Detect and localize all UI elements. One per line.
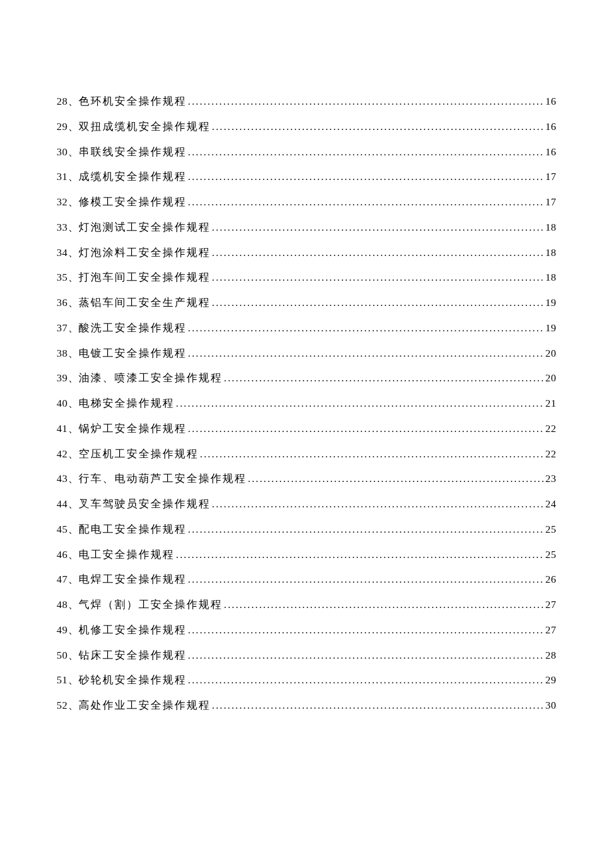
toc-entry-page: 20 xyxy=(546,370,557,385)
toc-leader-dots: ........................................… xyxy=(212,219,544,235)
toc-leader-dots: ........................................… xyxy=(212,245,544,260)
toc-entry-title: 钻床工安全操作规程 xyxy=(79,647,187,663)
toc-entry-number: 43、 xyxy=(57,471,79,486)
toc-leader-dots: ........................................… xyxy=(176,547,544,562)
toc-entry-title: 串联线安全操作规程 xyxy=(79,144,187,159)
toc-entry: 30、串联线安全操作规程............................… xyxy=(57,144,556,159)
toc-entry-title: 蒸铝车间工安全生产规程 xyxy=(79,295,211,310)
toc-entry-number: 42、 xyxy=(57,446,79,461)
toc-entry: 34、灯泡涂料工安全操作规程..........................… xyxy=(57,245,556,260)
toc-entry-number: 39、 xyxy=(57,370,79,385)
toc-leader-dots: ........................................… xyxy=(224,370,544,385)
toc-entry-page: 20 xyxy=(546,345,557,361)
toc-entry-number: 41、 xyxy=(57,421,79,436)
toc-entry-page: 17 xyxy=(546,194,557,209)
toc-leader-dots: ........................................… xyxy=(188,521,544,537)
toc-entry: 52、高处作业工安全操作规程..........................… xyxy=(57,697,556,713)
toc-entry-page: 25 xyxy=(546,547,557,562)
toc-entry-number: 30、 xyxy=(57,144,79,159)
toc-leader-dots: ........................................… xyxy=(212,269,544,285)
toc-entry-number: 48、 xyxy=(57,597,79,612)
toc-entry-page: 21 xyxy=(546,395,557,411)
toc-leader-dots: ........................................… xyxy=(188,647,544,663)
toc-entry-title: 电工安全操作规程 xyxy=(79,547,175,562)
toc-entry-title: 酸洗工安全操作规程 xyxy=(79,320,187,335)
toc-leader-dots: ........................................… xyxy=(188,169,544,184)
toc-entry-page: 27 xyxy=(546,622,557,637)
toc-entry-title: 双扭成缆机安全操作规程 xyxy=(79,119,211,134)
toc-entry-title: 机修工安全操作规程 xyxy=(79,622,187,637)
toc-entry-title: 灯泡涂料工安全操作规程 xyxy=(79,245,211,260)
toc-entry-page: 17 xyxy=(546,169,557,184)
toc-entry: 35、打泡车间工安全操作规程..........................… xyxy=(57,269,556,285)
toc-entry-number: 52、 xyxy=(57,697,79,713)
toc-entry: 29、双扭成缆机安全操作规程..........................… xyxy=(57,119,556,134)
toc-entry: 37、酸洗工安全操作规程............................… xyxy=(57,320,556,335)
toc-entry: 36、蒸铝车间工安全生产规程..........................… xyxy=(57,295,556,310)
toc-entry-title: 修模工安全操作规程 xyxy=(79,194,187,209)
toc-entry-page: 18 xyxy=(546,269,557,285)
toc-entry-number: 45、 xyxy=(57,521,79,537)
toc-entry: 43、行车、电动葫芦工安全操作规程.......................… xyxy=(57,471,556,486)
toc-entry-title: 电梯安全操作规程 xyxy=(79,395,175,411)
toc-entry-title: 色环机安全操作规程 xyxy=(79,93,187,109)
toc-entry: 41、锅炉工安全操作规程............................… xyxy=(57,421,556,436)
toc-entry-number: 29、 xyxy=(57,119,79,134)
toc-entry-number: 35、 xyxy=(57,269,79,285)
toc-entry-title: 高处作业工安全操作规程 xyxy=(79,697,211,713)
toc-entry: 51、砂轮机安全操作规程............................… xyxy=(57,672,556,687)
toc-entry-title: 空压机工安全操作规程 xyxy=(79,446,199,461)
toc-leader-dots: ........................................… xyxy=(188,345,544,361)
toc-entry-title: 油漆、喷漆工安全操作规程 xyxy=(79,370,223,385)
toc-entry-number: 40、 xyxy=(57,395,79,411)
toc-entry-page: 16 xyxy=(546,93,557,109)
toc-entry-page: 25 xyxy=(546,521,557,537)
toc-entry-page: 22 xyxy=(546,446,557,461)
toc-entry-page: 27 xyxy=(546,597,557,612)
toc-entry-title: 气焊（割）工安全操作规程 xyxy=(79,597,223,612)
toc-leader-dots: ........................................… xyxy=(188,320,544,335)
toc-entry-page: 19 xyxy=(546,295,557,310)
toc-entry: 48、气焊（割）工安全操作规程.........................… xyxy=(57,597,556,612)
toc-leader-dots: ........................................… xyxy=(188,144,544,159)
toc-entry-title: 行车、电动葫芦工安全操作规程 xyxy=(79,471,247,486)
toc-entry-title: 电焊工安全操作规程 xyxy=(79,571,187,587)
toc-entry-page: 23 xyxy=(546,471,557,486)
toc-entry-page: 30 xyxy=(546,697,557,713)
toc-leader-dots: ........................................… xyxy=(188,93,544,109)
toc-entry: 42、空压机工安全操作规程...........................… xyxy=(57,446,556,461)
toc-entry-number: 50、 xyxy=(57,647,79,663)
toc-entry-page: 26 xyxy=(546,571,557,587)
toc-entry-number: 37、 xyxy=(57,320,79,335)
toc-entry: 38、电镀工安全操作规程............................… xyxy=(57,345,556,361)
toc-entry: 32、修模工安全操作规程............................… xyxy=(57,194,556,209)
toc-entry-number: 51、 xyxy=(57,672,79,687)
toc-entry-page: 16 xyxy=(546,144,557,159)
toc-entry: 44、叉车驾驶员安全操作规程..........................… xyxy=(57,496,556,511)
toc-leader-dots: ........................................… xyxy=(188,571,544,587)
toc-entry-number: 34、 xyxy=(57,245,79,260)
toc-entry: 46、电工安全操作规程.............................… xyxy=(57,547,556,562)
toc-entry: 47、电焊工安全操作规程............................… xyxy=(57,571,556,587)
toc-leader-dots: ........................................… xyxy=(188,421,544,436)
toc-leader-dots: ........................................… xyxy=(212,697,544,713)
toc-entry-number: 44、 xyxy=(57,496,79,511)
toc-entry: 33、灯泡测试工安全操作规程..........................… xyxy=(57,219,556,235)
toc-entry-page: 19 xyxy=(546,320,557,335)
toc-entry-number: 49、 xyxy=(57,622,79,637)
toc-entry: 28、色环机安全操作规程............................… xyxy=(57,93,556,109)
toc-entry: 50、钻床工安全操作规程............................… xyxy=(57,647,556,663)
toc-entry-page: 22 xyxy=(546,421,557,436)
toc-entry-number: 28、 xyxy=(57,93,79,109)
toc-leader-dots: ........................................… xyxy=(248,471,544,486)
toc-entry-title: 打泡车间工安全操作规程 xyxy=(79,269,211,285)
toc-entry-title: 电镀工安全操作规程 xyxy=(79,345,187,361)
toc-leader-dots: ........................................… xyxy=(212,119,544,134)
toc-entry: 39、油漆、喷漆工安全操作规程.........................… xyxy=(57,370,556,385)
toc-entry-title: 配电工安全操作规程 xyxy=(79,521,187,537)
toc-entry-page: 29 xyxy=(546,672,557,687)
toc-entry: 49、机修工安全操作规程............................… xyxy=(57,622,556,637)
toc-leader-dots: ........................................… xyxy=(188,194,544,209)
toc-leader-dots: ........................................… xyxy=(176,395,544,411)
toc-entry-number: 31、 xyxy=(57,169,79,184)
